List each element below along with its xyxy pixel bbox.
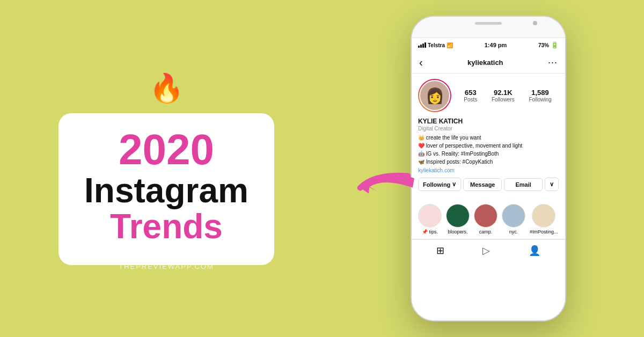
followers-count: 92.1K [494,89,513,97]
highlight-imposting[interactable]: #ImPosting... [530,204,558,235]
text-card: 2020 Instagram Trends [58,113,274,265]
profile-username-nav: kyliekatich [467,58,503,67]
following-label: Following [529,97,551,102]
bio-line-4: 🦋 Inspired posts: #CopyKatich [418,158,559,166]
highlight-bloopers[interactable]: bloopers. [446,204,470,235]
battery-percent: 73% [538,42,549,48]
highlight-label-camp: camp. [479,229,493,235]
bio-line-3: 🤖 IG vs. Reality: #ImPostingBoth [418,150,559,158]
posts-stat: 653 Posts [464,89,477,102]
tagged-icon[interactable]: 👤 [529,245,540,257]
action-buttons: Following ∨ Message Email ∨ [418,178,559,191]
phone-device: Telstra 📶 1:49 pm 73% 🔋 ‹ kyliekatich ··… [411,16,566,321]
battery-icon: 🔋 [551,41,559,49]
phone-camera [533,21,537,25]
profile-title: Digital Creator [418,126,559,131]
highlight-circle-nyc [502,204,525,228]
profile-section: 👩 653 Posts 92.1K Followers 1 [412,74,565,200]
right-section: Telstra 📶 1:49 pm 73% 🔋 ‹ kyliekatich ··… [333,0,644,337]
phone-speaker [475,22,502,25]
highlight-label-imposting: #ImPosting... [530,229,558,235]
avatar[interactable]: 👩 [419,80,450,111]
message-button[interactable]: Message [463,178,502,191]
status-left: Telstra 📶 [418,42,453,48]
more-button[interactable]: ∨ [545,178,559,191]
avatar-ring: 👩 [418,79,451,112]
highlight-label-nyc: nyc. [509,229,518,235]
back-button[interactable]: ‹ [419,56,423,69]
status-right: 73% 🔋 [538,41,559,49]
instagram-text: Instagram [84,173,248,208]
left-section: 🔥 2020 Instagram Trends THEPREVIEWAPP.CO… [0,50,333,286]
highlight-label-bloopers: bloopers. [448,229,467,235]
highlight-circle-bloopers [446,204,470,228]
website-url: THEPREVIEWAPP.COM [119,262,214,270]
profile-link[interactable]: kyliekatich.com [418,167,559,173]
email-button[interactable]: Email [504,178,543,191]
bio-line-2: ❤️ lover of perspective, movement and li… [418,142,559,150]
highlight-label-tips: 📌 tips. [422,229,438,235]
trends-text: Trends [84,208,248,245]
profile-top-row: 👩 653 Posts 92.1K Followers 1 [418,79,559,112]
year-text: 2020 [84,128,248,171]
fire-emoji: 🔥 [149,72,184,105]
following-stat[interactable]: 1,589 Following [529,89,551,102]
more-options-button[interactable]: ··· [548,57,558,68]
followers-stat[interactable]: 92.1K Followers [492,89,515,102]
signal-icon [418,42,426,48]
ig-nav-bar: ‹ kyliekatich ··· [412,52,565,74]
highlight-tips[interactable]: 📌 tips. [418,204,442,235]
bottom-nav: ⊞ ▷ 👤 [412,239,565,261]
chevron-down-icon: ∨ [452,181,456,188]
grid-view-icon[interactable]: ⊞ [436,245,444,257]
reels-icon[interactable]: ▷ [482,245,490,257]
stats-row: 653 Posts 92.1K Followers 1,589 Followin… [457,89,559,102]
highlight-circle-imposting [532,204,555,228]
arrow-container [354,164,419,209]
profile-bio: 👑 create the life you want ❤️ lover of p… [418,134,559,166]
following-count: 1,589 [531,89,549,97]
highlight-camp[interactable]: camp. [474,204,497,235]
status-bar: Telstra 📶 1:49 pm 73% 🔋 [412,38,565,52]
carrier-name: Telstra [428,42,445,48]
status-time: 1:49 pm [485,42,507,48]
highlights-row: 📌 tips. bloopers. camp. nyc. #ImPosting.… [412,200,565,239]
followers-label: Followers [492,97,515,102]
highlight-circle-tips [418,204,442,228]
highlight-nyc[interactable]: nyc. [502,204,525,235]
following-button[interactable]: Following ∨ [418,178,461,191]
phone-top-bar [412,17,565,38]
phone-screen: 👩 653 Posts 92.1K Followers 1 [412,74,565,320]
bio-line-1: 👑 create the life you want [418,134,559,142]
pink-arrow-icon [354,164,419,207]
posts-label: Posts [464,97,477,102]
profile-name: KYLIE KATICH [418,118,559,125]
highlight-circle-camp [474,204,497,228]
posts-count: 653 [465,89,477,97]
wifi-icon: 📶 [447,42,453,48]
